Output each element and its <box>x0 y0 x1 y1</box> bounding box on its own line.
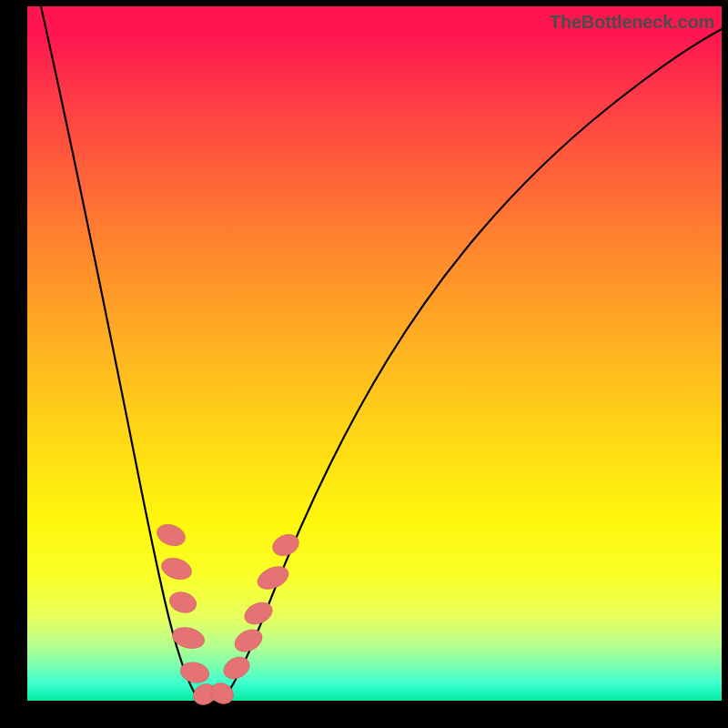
curve-marker <box>154 521 188 550</box>
curve-marker <box>220 652 254 683</box>
curve-marker <box>167 589 199 615</box>
curve-marker <box>178 660 211 685</box>
curve-marker <box>254 562 292 594</box>
curve-marker <box>170 624 207 652</box>
bottleneck-curve <box>41 6 722 707</box>
curve-marker <box>241 598 276 628</box>
chart-frame: TheBottleneck.com <box>0 0 728 728</box>
curve-marker <box>158 554 194 582</box>
curve-markers <box>154 521 302 709</box>
chart-svg <box>27 6 722 701</box>
plot-area: TheBottleneck.com <box>27 6 722 701</box>
